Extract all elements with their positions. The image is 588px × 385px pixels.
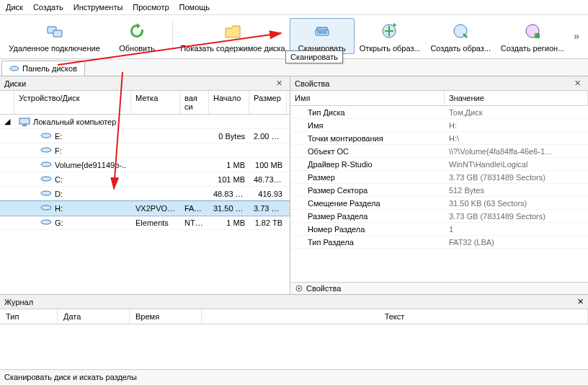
svg-point-20: [298, 288, 300, 290]
properties-body[interactable]: Тип ДискаТом,ДискИмяH:Точки монтирования…: [290, 106, 588, 282]
drives-pane-header: Диски ✕: [0, 76, 290, 91]
col-label[interactable]: Метка: [131, 91, 180, 114]
svg-point-12: [41, 133, 51, 138]
gear-icon: [295, 284, 303, 293]
volume-icon: [40, 175, 52, 184]
svg-point-9: [10, 66, 19, 71]
properties-footer-tab[interactable]: Свойства: [290, 282, 588, 294]
refresh-label: Обновить: [119, 44, 155, 53]
status-text: Сканировать диск и искать разделы: [4, 373, 137, 381]
property-row[interactable]: Точки монтированияH:\: [290, 132, 588, 145]
create-region-button[interactable]: Создать регион...: [496, 18, 569, 54]
scan-tooltip: Сканировать: [285, 50, 343, 63]
drive-row[interactable]: C: 101 MB 48.73 GB: [0, 172, 290, 187]
property-row[interactable]: ИмяH:: [290, 119, 588, 132]
journal-body[interactable]: [0, 324, 588, 369]
remote-connect-button[interactable]: Удаленное подключение: [4, 18, 104, 54]
refresh-button[interactable]: Обновить: [104, 18, 169, 54]
menubar: Диск Создать Инструменты Просмотр Помощь: [0, 0, 588, 15]
open-image-button[interactable]: Открыть образ...: [355, 18, 426, 54]
volume-icon: [40, 218, 52, 227]
disk-icon: [9, 63, 19, 74]
tab-disk-panel-label: Панель дисков: [22, 64, 77, 73]
col-size[interactable]: Размер: [249, 91, 287, 114]
volume-icon: [40, 132, 52, 141]
col-start[interactable]: Начало: [209, 91, 249, 114]
property-row[interactable]: Тип РазделаFAT32 (LBA): [290, 236, 588, 249]
property-row[interactable]: Тип ДискаТом,Диск: [290, 106, 588, 119]
jcol-text[interactable]: Текст: [202, 309, 588, 324]
show-content-label: Показать содержимое диска: [180, 44, 285, 53]
journal-header: Журнал ✕: [0, 295, 588, 309]
drive-row[interactable]: G: Elements NTFS 1 MB 1.82 TB: [0, 216, 290, 230]
properties-close[interactable]: ✕: [571, 79, 584, 88]
property-row[interactable]: Размер3.73 GB (7831489 Sectors): [290, 171, 588, 184]
journal-close[interactable]: ✕: [577, 297, 584, 306]
jcol-type[interactable]: Тип: [0, 309, 58, 324]
drive-row[interactable]: H: VX2PVOL_RU FAT32 31.50 KB 3.73 GB: [0, 201, 290, 216]
properties-header: Свойства ✕: [290, 76, 588, 91]
svg-rect-3: [317, 27, 327, 30]
svg-rect-8: [535, 33, 540, 38]
create-image-label: Создать образ...: [430, 44, 491, 53]
property-row[interactable]: Драйвер R-StudioWinNT\Handle\Logical: [290, 158, 588, 171]
scan-button[interactable]: Сканировать: [290, 18, 355, 54]
jcol-date[interactable]: Дата: [58, 309, 130, 324]
drives-title: Диски: [4, 79, 26, 88]
property-row[interactable]: Номер Раздела1: [290, 223, 588, 236]
svg-rect-11: [22, 125, 27, 126]
toolbar-overflow[interactable]: »: [569, 30, 584, 42]
property-row[interactable]: Объект ОС\\?\Volume{4fa84ffa-46e6-1...: [290, 145, 588, 158]
svg-point-17: [41, 205, 51, 210]
statusbar: Сканировать диск и искать разделы: [0, 369, 588, 384]
drive-row[interactable]: E: 0 Bytes 2.00 GB: [0, 129, 290, 143]
drives-columns: Устройство/Диск Метка вая си Начало Разм…: [0, 91, 290, 115]
property-row[interactable]: Смещение Раздела31.50 KB (63 Sectors): [290, 197, 588, 210]
svg-rect-1: [53, 30, 62, 37]
journal-pane: Журнал ✕ Тип Дата Время Текст: [0, 294, 588, 369]
tab-disk-panel[interactable]: Панель дисков: [1, 61, 85, 76]
open-image-icon: [378, 19, 401, 43]
svg-point-14: [41, 162, 51, 167]
drives-tree[interactable]: ◢ Локальный компьютер E: 0 Bytes 2.00 GB…: [0, 115, 290, 294]
col-prop-value[interactable]: Значение: [445, 91, 588, 105]
create-image-button[interactable]: Создать образ...: [426, 18, 496, 54]
computer-icon: [19, 118, 30, 126]
volume-icon: [40, 146, 52, 155]
properties-title: Свойства: [295, 79, 329, 88]
properties-columns: Имя Значение: [290, 91, 588, 106]
remote-connect-label: Удаленное подключение: [9, 44, 99, 53]
drives-close[interactable]: ✕: [273, 79, 285, 88]
refresh-icon: [125, 19, 148, 43]
property-row[interactable]: Размер Раздела3.73 GB (7831489 Sectors): [290, 210, 588, 223]
volume-icon: [40, 190, 52, 198]
create-image-icon: [449, 19, 472, 43]
menu-disk[interactable]: Диск: [6, 3, 23, 12]
col-prop-name[interactable]: Имя: [290, 91, 445, 105]
svg-point-13: [41, 148, 51, 152]
svg-point-16: [41, 191, 51, 195]
drive-row[interactable]: D: 48.83 GB 416.93: [0, 187, 290, 201]
menu-tools[interactable]: Инструменты: [74, 3, 123, 12]
property-row[interactable]: Размер Сектора512 Bytes: [290, 184, 588, 197]
journal-title: Журнал: [4, 298, 33, 306]
show-content-button[interactable]: Показать содержимое диска: [176, 18, 290, 54]
scanner-icon: [311, 19, 334, 43]
svg-point-18: [41, 220, 51, 224]
jcol-time[interactable]: Время: [130, 309, 202, 324]
tree-root[interactable]: ◢ Локальный компьютер: [0, 115, 290, 129]
remote-icon: [43, 19, 66, 43]
toolbar-separator: [172, 20, 173, 52]
menu-create[interactable]: Создать: [33, 3, 63, 12]
col-device[interactable]: Устройство/Диск: [14, 91, 131, 114]
menu-help[interactable]: Помощь: [179, 3, 210, 12]
volume-icon: [40, 204, 52, 213]
journal-columns: Тип Дата Время Текст: [0, 309, 588, 324]
menu-view[interactable]: Просмотр: [133, 3, 169, 12]
drive-row[interactable]: F:: [0, 143, 290, 158]
svg-point-15: [41, 177, 51, 181]
drive-row[interactable]: Volume{de91149b-.. 1 MB 100 MB: [0, 158, 290, 172]
drives-pane: Диски ✕ Устройство/Диск Метка вая си Нач…: [0, 76, 290, 294]
col-fs[interactable]: вая си: [180, 91, 209, 114]
create-region-label: Создать регион...: [501, 44, 565, 53]
